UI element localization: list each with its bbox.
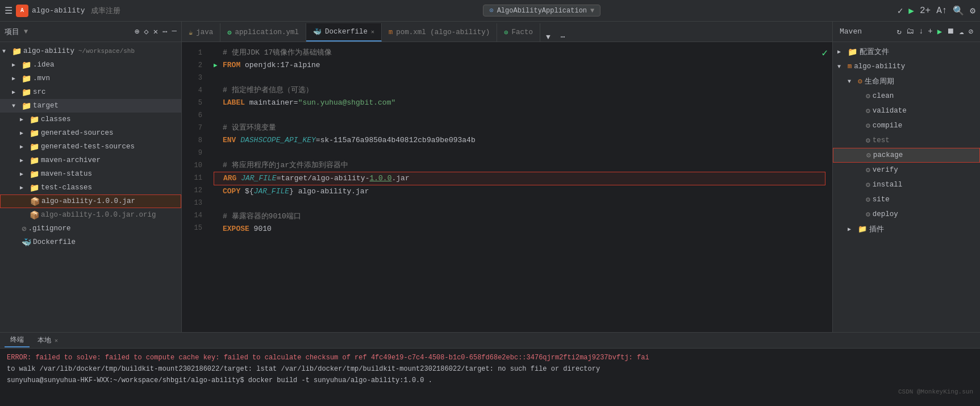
facto-icon: ⊙ <box>504 28 508 37</box>
tab-more-options[interactable]: ⋯ <box>556 32 570 42</box>
terminal-line-2: to walk /var/lib/docker/tmp/buildkit-mou… <box>7 363 973 375</box>
close-sidebar-icon[interactable]: ✕ <box>153 27 158 36</box>
compile-label: compile <box>873 122 903 130</box>
dockerfile-icon: 🐳 <box>22 238 31 247</box>
code-line-7: # 设置环境变量 <box>214 122 825 134</box>
maven-validate[interactable]: ⚙ validate <box>833 103 980 118</box>
tab-application-yml[interactable]: ⚙ application.yml <box>220 23 306 42</box>
sidebar-root[interactable]: ▼ 📁 algo-ability ~/workspace/shb <box>0 44 181 58</box>
maven-install[interactable]: ⚙ install <box>833 177 980 192</box>
menu-icon[interactable]: ☰ <box>5 5 12 16</box>
sidebar-item-generated-test-sources[interactable]: ▶ 📁 generated-test-sources <box>0 140 181 154</box>
sidebar-item-gitignore[interactable]: ⊘ .gitignore <box>0 222 181 235</box>
local-tab-close[interactable]: ✕ <box>55 337 58 344</box>
sidebar-item-src[interactable]: ▶ 📁 src <box>0 85 181 99</box>
tab-pom-xml[interactable]: m pom.xml (algo-ability) <box>382 23 497 42</box>
code-line-14: # 暴露容器的9010端口 <box>214 210 825 223</box>
maven-refresh-icon[interactable]: ↻ <box>896 27 901 36</box>
terminal-tab-local[interactable]: 本地 ✕ <box>32 334 64 347</box>
sidebar-item-dockerfile[interactable]: 🐳 Dockerfile <box>0 235 181 249</box>
maven-verify[interactable]: ⚙ verify <box>833 163 980 177</box>
sidebar-item-jar1[interactable]: 📦 algo-ability-1.0.0.jar <box>0 194 181 208</box>
sidebar-title: 项目 <box>5 27 19 37</box>
top-bar-center: ⊙ AlgoAbilityApplication ▼ <box>191 5 893 16</box>
line2-from: FROM <box>223 59 240 72</box>
maven-plugins[interactable]: ▶ 📁 插件 <box>833 222 980 237</box>
run-config[interactable]: ⊙ AlgoAbilityApplication ▼ <box>483 5 600 16</box>
maven-run-icon[interactable]: ▶ <box>937 27 942 36</box>
maven-block-icon[interactable]: ⊘ <box>969 27 973 36</box>
maven-clean[interactable]: ⚙ clean <box>833 89 980 103</box>
font-icon[interactable]: A↑ <box>936 6 947 16</box>
sidebar-item-generated-sources[interactable]: ▶ 📁 generated-sources <box>0 126 181 140</box>
sidebar-dropdown[interactable]: ▼ <box>24 28 28 36</box>
sidebar-item-maven-archiver[interactable]: ▶ 📁 maven-archiver <box>0 154 181 167</box>
debug-icon[interactable]: ▶ <box>908 5 914 16</box>
tab-facto[interactable]: ⊙ Facto <box>497 23 540 42</box>
maven-panel-header: Maven ↻ 🗂 ↓ + ▶ ⏹ ☁ ⊘ <box>833 22 980 42</box>
maven-algo-ability[interactable]: ▼ m algo-ability <box>833 59 980 74</box>
sidebar-item-idea[interactable]: ▶ 📁 .idea <box>0 58 181 72</box>
tab-more-dropdown[interactable]: ▼ <box>541 33 555 42</box>
check-icon[interactable]: ✓ <box>898 5 903 16</box>
locate-icon[interactable]: ⊕ <box>135 27 139 36</box>
test-cls-icon: 📁 <box>30 183 39 193</box>
code-area[interactable]: # 使用JDK 17镜像作为基础镜像 ▶ FROM openjdk:17-alp… <box>207 42 832 332</box>
sidebar-item-maven-status[interactable]: ▶ 📁 maven-status <box>0 167 181 181</box>
code-line-15: EXPOSE 9010 <box>214 223 825 235</box>
code-line-10: # 将应用程序的jar文件添加到容器中 <box>214 159 825 172</box>
more-icon[interactable]: ⋯ <box>162 27 167 36</box>
jar2-label: algo-ability-1.0.0.jar.orig <box>41 211 156 219</box>
sidebar-item-target[interactable]: ▼ 📁 target <box>0 99 181 113</box>
line12-s1: ${ <box>240 185 253 198</box>
target-arrow: ▼ <box>12 103 20 109</box>
maven-package[interactable]: ⚙ package <box>833 148 980 163</box>
line8-var: DASHSCOPE_API_KEY <box>240 134 316 147</box>
mvn-folder-icon: 📁 <box>22 74 31 84</box>
line11-jar: .jar <box>391 172 409 185</box>
maven-test[interactable]: ⚙ test <box>833 133 980 148</box>
code-line-6 <box>214 109 825 122</box>
maven-folder-icon[interactable]: 🗂 <box>906 27 914 36</box>
maven-cloud-icon[interactable]: ☁ <box>959 27 964 36</box>
tab-dockerfile[interactable]: 🐳 Dockerfile ✕ <box>306 23 382 42</box>
terminal-watermark: CSDN @MonkeyKing.sun <box>7 386 973 397</box>
maven-title: Maven <box>840 27 862 36</box>
search-icon[interactable]: 🔍 <box>953 5 964 16</box>
maven-config[interactable]: ▶ 📁 配置文件 <box>833 44 980 59</box>
terminal-tab-terminal[interactable]: 终端 <box>5 334 30 347</box>
sidebar-item-classes[interactable]: ▶ 📁 classes <box>0 113 181 126</box>
maven-add-icon[interactable]: + <box>928 27 932 36</box>
gen-test-icon: 📁 <box>30 142 39 152</box>
editor-content: 1 2 3 4 5 6 7 8 9 10 11 12 13 14 15 <box>182 42 832 332</box>
collapse-icon[interactable]: ◇ <box>144 27 148 36</box>
package-gear-icon: ⚙ <box>866 151 871 160</box>
sidebar-item-test-classes[interactable]: ▶ 📁 test-classes <box>0 181 181 194</box>
maven-download-icon[interactable]: ↓ <box>919 27 923 36</box>
maven-deploy[interactable]: ⚙ deploy <box>833 207 980 222</box>
sidebar-header: 项目 ▼ ⊕ ◇ ✕ ⋯ ─ <box>0 22 181 42</box>
terminal-area: 终端 本地 ✕ ERROR: failed to solve: failed t… <box>0 332 980 406</box>
archiver-icon: 📁 <box>30 156 39 165</box>
tab-java[interactable]: ☕ java <box>182 23 220 42</box>
maven-site[interactable]: ⚙ site <box>833 192 980 207</box>
code-line-11: ARG JAR_FILE =target/algo-ability- 1.0.0… <box>214 172 825 185</box>
maven-compile[interactable]: ⚙ compile <box>833 118 980 133</box>
maven-stop-icon[interactable]: ⏹ <box>946 27 954 36</box>
maven-lifecycle[interactable]: ▼ ⚙ 生命周期 <box>833 74 980 89</box>
minimize-icon[interactable]: ─ <box>172 27 177 36</box>
line5-key: maintainer= <box>245 97 298 109</box>
sidebar-item-mvn[interactable]: ▶ 📁 .mvn <box>0 72 181 85</box>
terminal-content[interactable]: ERROR: failed to solve: failed to comput… <box>0 349 980 406</box>
deploy-gear-icon: ⚙ <box>866 210 870 219</box>
sidebar-item-jar2[interactable]: 📦 algo-ability-1.0.0.jar.orig <box>0 208 181 222</box>
add-icon[interactable]: 2+ <box>920 6 931 16</box>
test-gear-icon: ⚙ <box>866 136 870 145</box>
tab-dockerfile-close[interactable]: ✕ <box>371 28 374 35</box>
jar2-icon: 📦 <box>30 210 39 220</box>
line12-s2: } algo-ability.jar <box>289 185 369 198</box>
site-label: site <box>873 196 890 204</box>
settings-icon[interactable]: ⚙ <box>970 5 975 16</box>
line11-kw: ARG <box>223 172 236 185</box>
error-text-2: to walk /var/lib/docker/tmp/buildkit-mou… <box>7 365 600 373</box>
